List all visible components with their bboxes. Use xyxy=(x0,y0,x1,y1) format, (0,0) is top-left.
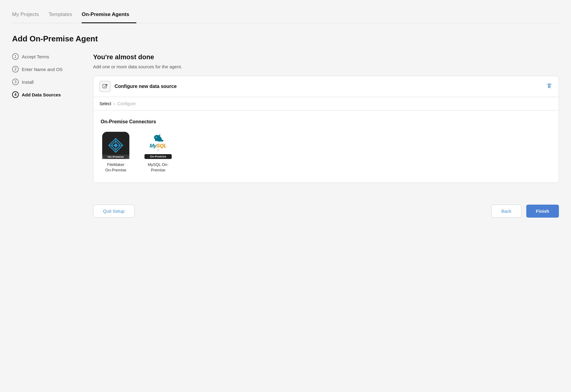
page-title: Add On-Premise Agent xyxy=(12,34,559,44)
step-3: 3 Install xyxy=(12,79,79,85)
filemaker-label: FileMakerOn-Premise xyxy=(105,162,126,173)
step-3-circle: 3 xyxy=(12,79,19,85)
content-area: You're almost done Add one or more data … xyxy=(93,53,559,218)
step-4: 4 Add Data Sources xyxy=(12,91,79,98)
step-1-label: Accept Terms xyxy=(22,54,49,59)
connector-mysql[interactable]: MySQL ® On-Premise MySQL On-Premise xyxy=(143,132,173,173)
mysql-sub: ® xyxy=(157,149,159,151)
step-3-label: Install xyxy=(22,79,34,85)
breadcrumb-configure: Configure xyxy=(117,101,136,106)
connectors-title: On-Premise Connectors xyxy=(101,119,551,125)
delete-data-source-button[interactable] xyxy=(546,83,553,91)
almost-done-subheading: Add one or more data sources for the age… xyxy=(93,64,559,69)
chevron-icon: › xyxy=(114,102,115,106)
back-button[interactable]: Back xyxy=(491,205,521,218)
configure-icon xyxy=(102,84,108,89)
card-header: Configure new data source xyxy=(93,76,559,97)
step-2-label: Enter Name and OS xyxy=(22,67,63,72)
bottom-actions: Quit Setup Back Finish xyxy=(93,197,559,218)
connector-filemaker[interactable]: On-Premise FileMakerOn-Premise xyxy=(101,132,131,173)
card-header-title: Configure new data source xyxy=(115,84,177,89)
data-source-card: Configure new data source Select › Confi… xyxy=(93,76,559,183)
nav-on-premise-agents[interactable]: On-Premise Agents xyxy=(82,8,136,23)
almost-done-heading: You're almost done xyxy=(93,53,559,61)
connectors-section: On-Premise Connectors xyxy=(93,111,559,183)
quit-setup-button[interactable]: Quit Setup xyxy=(93,205,135,218)
breadcrumb-row: Select › Configure xyxy=(93,97,559,111)
top-nav: My Projects Templates On-Premise Agents xyxy=(12,0,559,23)
finish-button[interactable]: Finish xyxy=(526,205,559,218)
step-1-circle: 1 xyxy=(12,53,19,60)
nav-my-projects[interactable]: My Projects xyxy=(12,8,46,23)
page-wrapper: My Projects Templates On-Premise Agents … xyxy=(0,0,571,392)
svg-point-3 xyxy=(156,137,157,138)
connectors-grid: On-Premise FileMakerOn-Premise xyxy=(101,132,551,173)
mysql-wordmark: MySQL xyxy=(150,143,167,148)
mysql-label: MySQL On-Premise xyxy=(148,162,168,173)
filemaker-badge: On-Premise xyxy=(102,155,129,159)
breadcrumb-select[interactable]: Select xyxy=(99,101,111,106)
trash-icon xyxy=(546,83,553,89)
mysql-dolphin-svg xyxy=(153,134,164,143)
step-4-label: Add Data Sources xyxy=(22,92,61,97)
filemaker-logo-svg xyxy=(108,137,124,154)
step-1: 1 Accept Terms xyxy=(12,53,79,60)
configure-icon-box xyxy=(99,81,110,92)
svg-rect-0 xyxy=(103,84,106,88)
mysql-badge: On-Premise xyxy=(144,154,172,159)
nav-templates[interactable]: Templates xyxy=(49,8,79,23)
main-layout: 1 Accept Terms 2 Enter Name and OS 3 Ins… xyxy=(12,53,559,218)
step-4-circle: 4 xyxy=(12,91,19,98)
card-header-left: Configure new data source xyxy=(99,81,177,92)
step-2-circle: 2 xyxy=(12,66,19,73)
right-buttons: Back Finish xyxy=(491,205,559,218)
sidebar: 1 Accept Terms 2 Enter Name and OS 3 Ins… xyxy=(12,53,79,218)
step-2: 2 Enter Name and OS xyxy=(12,66,79,73)
